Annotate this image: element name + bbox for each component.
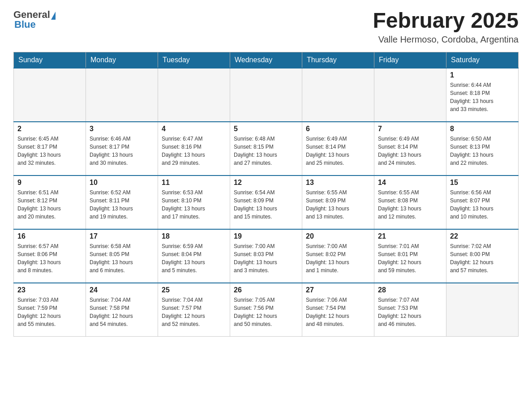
calendar-week-row: 1Sunrise: 6:44 AM Sunset: 8:18 PM Daylig… [14,68,519,122]
calendar-day-cell [302,68,374,122]
day-number: 16 [17,232,82,240]
day-info: Sunrise: 6:58 AM Sunset: 8:05 PM Dayligh… [90,242,154,274]
day-number: 25 [162,286,226,294]
day-number: 8 [450,125,515,133]
month-title: February 2025 [373,9,519,33]
calendar-day-cell: 5Sunrise: 6:48 AM Sunset: 8:15 PM Daylig… [230,122,302,176]
day-info: Sunrise: 6:59 AM Sunset: 8:04 PM Dayligh… [162,242,226,274]
day-number: 15 [450,179,515,187]
calendar-day-cell: 23Sunrise: 7:03 AM Sunset: 7:59 PM Dayli… [14,283,86,337]
day-info: Sunrise: 7:04 AM Sunset: 7:58 PM Dayligh… [90,296,154,328]
calendar-day-cell: 13Sunrise: 6:55 AM Sunset: 8:09 PM Dayli… [302,176,374,229]
day-number: 17 [90,232,154,240]
calendar-day-cell: 21Sunrise: 7:01 AM Sunset: 8:01 PM Dayli… [374,229,446,283]
calendar-header-friday: Friday [374,52,446,68]
day-number: 2 [17,125,82,133]
day-number: 7 [378,125,442,133]
day-info: Sunrise: 6:49 AM Sunset: 8:14 PM Dayligh… [378,135,442,167]
day-info: Sunrise: 6:46 AM Sunset: 8:17 PM Dayligh… [90,135,154,167]
day-info: Sunrise: 7:01 AM Sunset: 8:01 PM Dayligh… [378,242,442,274]
day-info: Sunrise: 7:04 AM Sunset: 7:57 PM Dayligh… [162,296,226,328]
day-info: Sunrise: 6:52 AM Sunset: 8:11 PM Dayligh… [90,188,154,221]
calendar-day-cell: 8Sunrise: 6:50 AM Sunset: 8:13 PM Daylig… [446,122,519,176]
day-info: Sunrise: 7:05 AM Sunset: 7:56 PM Dayligh… [234,296,298,328]
day-number: 5 [234,125,298,133]
day-info: Sunrise: 6:55 AM Sunset: 8:08 PM Dayligh… [378,188,442,221]
day-number: 28 [378,286,442,294]
day-info: Sunrise: 6:55 AM Sunset: 8:09 PM Dayligh… [306,188,370,221]
calendar-day-cell: 20Sunrise: 7:00 AM Sunset: 8:02 PM Dayli… [302,229,374,283]
calendar-day-cell: 18Sunrise: 6:59 AM Sunset: 8:04 PM Dayli… [158,229,230,283]
calendar-day-cell: 4Sunrise: 6:47 AM Sunset: 8:16 PM Daylig… [158,122,230,176]
day-info: Sunrise: 6:50 AM Sunset: 8:13 PM Dayligh… [450,135,515,167]
location-text: Valle Hermoso, Cordoba, Argentina [373,34,519,45]
day-number: 22 [450,232,515,240]
day-number: 11 [162,179,226,187]
calendar-day-cell: 26Sunrise: 7:05 AM Sunset: 7:56 PM Dayli… [230,283,302,337]
day-number: 12 [234,179,298,187]
calendar-day-cell: 17Sunrise: 6:58 AM Sunset: 8:05 PM Dayli… [86,229,158,283]
calendar-day-cell: 2Sunrise: 6:45 AM Sunset: 8:17 PM Daylig… [14,122,86,176]
day-number: 24 [90,286,154,294]
calendar-day-cell: 27Sunrise: 7:06 AM Sunset: 7:54 PM Dayli… [302,283,374,337]
calendar-header-thursday: Thursday [302,52,374,68]
calendar-header-tuesday: Tuesday [158,52,230,68]
day-info: Sunrise: 6:44 AM Sunset: 8:18 PM Dayligh… [450,81,515,113]
calendar-header-sunday: Sunday [14,52,86,68]
calendar-day-cell: 11Sunrise: 6:53 AM Sunset: 8:10 PM Dayli… [158,176,230,229]
page-header: General Blue February 2025 Valle Hermoso… [13,9,519,45]
day-number: 27 [306,286,370,294]
day-number: 13 [306,179,370,187]
calendar-day-cell: 15Sunrise: 6:56 AM Sunset: 8:07 PM Dayli… [446,176,519,229]
day-number: 14 [378,179,442,187]
day-info: Sunrise: 7:03 AM Sunset: 7:59 PM Dayligh… [17,296,82,328]
day-info: Sunrise: 6:47 AM Sunset: 8:16 PM Dayligh… [162,135,226,167]
calendar-day-cell [86,68,158,122]
day-number: 21 [378,232,442,240]
logo: General Blue [13,9,56,30]
day-info: Sunrise: 6:49 AM Sunset: 8:14 PM Dayligh… [306,135,370,167]
calendar-day-cell [14,68,86,122]
calendar-day-cell: 1Sunrise: 6:44 AM Sunset: 8:18 PM Daylig… [446,68,519,122]
day-info: Sunrise: 6:51 AM Sunset: 8:12 PM Dayligh… [17,188,82,221]
day-info: Sunrise: 7:00 AM Sunset: 8:02 PM Dayligh… [306,242,370,274]
calendar-week-row: 2Sunrise: 6:45 AM Sunset: 8:17 PM Daylig… [14,122,519,176]
calendar-day-cell: 12Sunrise: 6:54 AM Sunset: 8:09 PM Dayli… [230,176,302,229]
calendar-day-cell [446,283,519,337]
calendar-day-cell [230,68,302,122]
day-info: Sunrise: 6:56 AM Sunset: 8:07 PM Dayligh… [450,188,515,221]
calendar-day-cell: 25Sunrise: 7:04 AM Sunset: 7:57 PM Dayli… [158,283,230,337]
day-info: Sunrise: 6:48 AM Sunset: 8:15 PM Dayligh… [234,135,298,167]
calendar-day-cell: 3Sunrise: 6:46 AM Sunset: 8:17 PM Daylig… [86,122,158,176]
day-info: Sunrise: 7:02 AM Sunset: 8:00 PM Dayligh… [450,242,515,274]
calendar-day-cell [374,68,446,122]
calendar-week-row: 23Sunrise: 7:03 AM Sunset: 7:59 PM Dayli… [14,283,519,337]
day-number: 26 [234,286,298,294]
day-number: 3 [90,125,154,133]
calendar-day-cell: 24Sunrise: 7:04 AM Sunset: 7:58 PM Dayli… [86,283,158,337]
calendar-table: SundayMondayTuesdayWednesdayThursdayFrid… [13,52,519,337]
calendar-day-cell: 10Sunrise: 6:52 AM Sunset: 8:11 PM Dayli… [86,176,158,229]
day-number: 6 [306,125,370,133]
calendar-day-cell: 9Sunrise: 6:51 AM Sunset: 8:12 PM Daylig… [14,176,86,229]
calendar-day-cell: 16Sunrise: 6:57 AM Sunset: 8:06 PM Dayli… [14,229,86,283]
day-number: 20 [306,232,370,240]
calendar-week-row: 9Sunrise: 6:51 AM Sunset: 8:12 PM Daylig… [14,176,519,229]
title-area: February 2025 Valle Hermoso, Cordoba, Ar… [373,9,519,45]
day-number: 10 [90,179,154,187]
calendar-header-saturday: Saturday [446,52,519,68]
logo-blue-text: Blue [14,19,36,30]
logo-triangle-icon [51,12,56,20]
day-number: 23 [17,286,82,294]
calendar-header-monday: Monday [86,52,158,68]
day-info: Sunrise: 6:45 AM Sunset: 8:17 PM Dayligh… [17,135,82,167]
day-number: 4 [162,125,226,133]
calendar-header-wednesday: Wednesday [230,52,302,68]
day-number: 1 [450,71,515,79]
calendar-day-cell: 22Sunrise: 7:02 AM Sunset: 8:00 PM Dayli… [446,229,519,283]
calendar-week-row: 16Sunrise: 6:57 AM Sunset: 8:06 PM Dayli… [14,229,519,283]
day-number: 18 [162,232,226,240]
calendar-day-cell: 14Sunrise: 6:55 AM Sunset: 8:08 PM Dayli… [374,176,446,229]
day-info: Sunrise: 6:54 AM Sunset: 8:09 PM Dayligh… [234,188,298,221]
calendar-day-cell: 19Sunrise: 7:00 AM Sunset: 8:03 PM Dayli… [230,229,302,283]
